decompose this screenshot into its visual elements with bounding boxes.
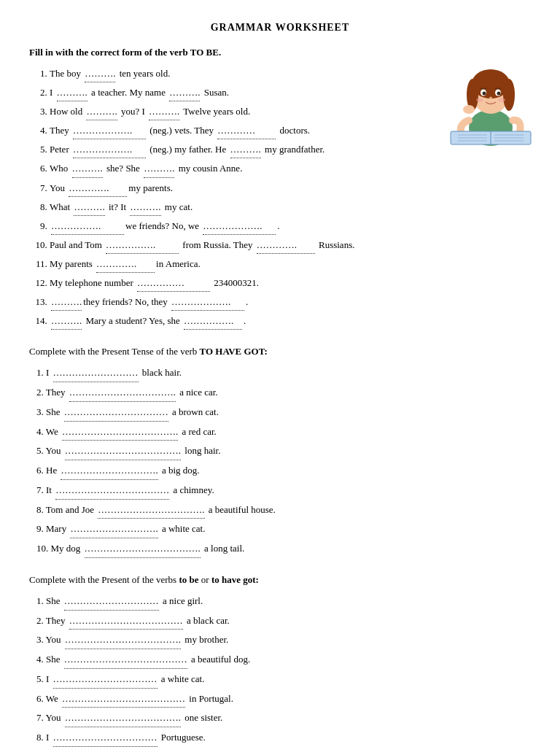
blank: ……………………………	[64, 404, 168, 422]
blank: ………………………………	[69, 613, 183, 630]
blank: …………………………….	[69, 384, 176, 402]
character-illustration	[443, 40, 538, 150]
blank: ……………	[137, 275, 210, 292]
list-item: My telephone number …………… 234000321.	[50, 275, 531, 292]
list-item: 10. My dog ………………………………. a long tail.	[36, 541, 531, 558]
list-item: ……….they friends? No, they ………………..	[50, 294, 531, 311]
blank: ……………………………….	[65, 632, 181, 649]
blank: ……………….	[203, 218, 276, 235]
list-item: 2. They ……………………………… a black car.	[36, 613, 531, 630]
blank: ……………………………….	[65, 443, 181, 460]
list-item: Paul and Tom ……………. from Russia. They ………	[50, 237, 531, 254]
blank: ……….	[169, 85, 200, 101]
section3: Complete with the Present of the verbs t…	[29, 574, 531, 747]
list-item: 7. You ………………………………. one sister.	[36, 710, 531, 727]
list-item: 3. She …………………………… a brown cat.	[36, 404, 531, 422]
list-item: Who ………. she? She ………. my cousin Anne.	[50, 160, 531, 177]
blank: ………….	[257, 237, 315, 254]
blank: ……….	[72, 160, 103, 177]
list-item: …………….we friends? No, we ………………..	[50, 218, 531, 235]
list-item: 6. We ………………………………… in Portugal.	[36, 691, 531, 708]
blank: ……….	[51, 294, 82, 311]
section3-connector: or	[199, 574, 211, 585]
blank: ……….	[149, 104, 179, 120]
list-item: 5. You ………………………………. long hair.	[36, 443, 531, 460]
blank: ………………………	[53, 365, 139, 382]
list-item: 4. She ………………………………… a beautiful dog.	[36, 651, 531, 669]
blank: ……….	[86, 104, 117, 120]
teacher-text: teacher	[98, 87, 125, 98]
blank: …………….	[184, 313, 242, 330]
list-item: 1. She ………………………… a nice girl.	[36, 593, 531, 611]
section3-instruction: Complete with the Present of the verbs t…	[29, 574, 531, 586]
blank: …………….	[51, 218, 124, 235]
list-item: 6. He …………………………. a big dog.	[36, 462, 531, 480]
blank: ……………….	[73, 142, 146, 158]
list-item: What ………. it? It ………. my cat.	[50, 199, 531, 216]
blank: ……………………………….	[85, 541, 201, 558]
blank: …………………………	[64, 593, 159, 611]
list-item: 1. I ……………………… black hair.	[36, 365, 531, 382]
blank: ……………………………	[53, 729, 158, 747]
list-item: My parents ………….in America.	[50, 256, 531, 273]
section3-verb1: to be	[179, 574, 198, 585]
blank: …………….	[106, 237, 179, 254]
blank: …………	[217, 123, 276, 139]
list-item: You ………….my parents.	[50, 180, 531, 197]
blank: ……………………………	[53, 671, 158, 689]
section2: Complete with the Present Tense of the v…	[29, 346, 531, 558]
blank: ……………………….	[70, 521, 158, 538]
section2-verb: TO HAVE GOT:	[200, 346, 268, 357]
blank: ………………………….	[61, 462, 158, 480]
blank: ……………………………….	[65, 710, 181, 727]
list-item: 8. Tom and Joe ……………………………. a beautiful …	[36, 502, 531, 519]
svg-point-12	[498, 98, 505, 102]
blank: ……………….	[171, 294, 244, 311]
svg-point-9	[497, 92, 501, 96]
blank: ……….	[51, 313, 82, 330]
blank: ……….	[230, 142, 261, 158]
section2-instruction: Complete with the Present Tense of the v…	[29, 346, 531, 357]
list-item: 8. I …………………………… Portuguese.	[36, 729, 531, 747]
svg-point-21	[463, 105, 475, 114]
list-item: 2. They ……………………………. a nice car.	[36, 384, 531, 402]
you-text: you	[121, 106, 136, 117]
how-old-text: How old	[50, 106, 82, 117]
section3-list: 1. She ………………………… a nice girl. 2. They ……	[36, 593, 531, 747]
blank: …………………………….	[98, 502, 204, 519]
list-item: 3. You ………………………………. my brother.	[36, 632, 531, 649]
blank: ……….	[85, 66, 115, 82]
blank: …………………………………	[64, 651, 187, 669]
blank: ……………………………….	[62, 424, 178, 441]
blank: ……….	[130, 199, 160, 216]
blank: …………………………………	[62, 691, 185, 708]
blank: ……….	[57, 85, 88, 101]
blank: ……….	[74, 199, 104, 216]
cat-text: cat	[179, 201, 190, 212]
what-cat-text: What	[50, 201, 70, 212]
list-item: ………. Mary a student? Yes, she ……………..	[50, 313, 531, 330]
list-item: 4. We ………………………………. a red car.	[36, 424, 531, 441]
blank: ……………….	[73, 123, 146, 139]
blank: ………….	[96, 256, 155, 273]
blank: ………….	[69, 180, 127, 197]
page-title: GRAMMAR WORKSHEET	[29, 22, 531, 34]
svg-point-11	[476, 98, 483, 102]
list-item: 7. It ……………………………… a chimney.	[36, 482, 531, 500]
section2-list: 1. I ……………………… black hair. 2. They ………………	[36, 365, 531, 558]
blank: ………………………………	[55, 482, 169, 500]
you-text2: You	[50, 182, 65, 193]
list-item: 9. Mary ………………………. a white cat.	[36, 521, 531, 538]
list-item: 5. I …………………………… a white cat.	[36, 671, 531, 689]
svg-point-10	[489, 97, 492, 99]
blank: ……….	[144, 160, 174, 177]
section3-verb2: to have got:	[211, 574, 259, 585]
twelve-years-text: Twelve years old	[183, 106, 248, 117]
svg-point-8	[483, 92, 486, 96]
